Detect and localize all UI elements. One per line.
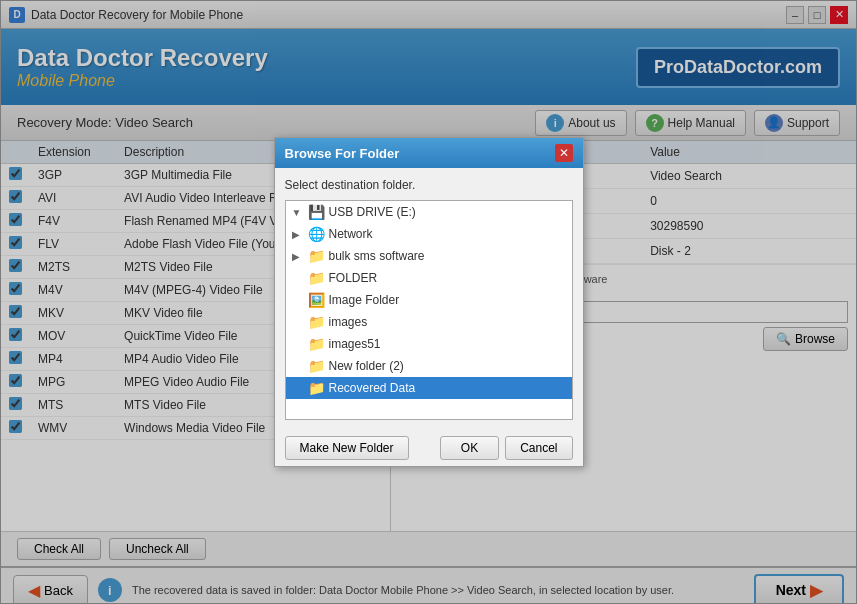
list-item[interactable]: 🖼️ Image Folder <box>286 289 572 311</box>
list-item[interactable]: 📁 images <box>286 311 572 333</box>
list-item[interactable]: ▶ 📁 bulk sms software <box>286 245 572 267</box>
dialog-subtitle: Select destination folder. <box>285 178 573 192</box>
folder-icon: 📁 <box>308 336 325 352</box>
make-new-folder-button[interactable]: Make New Folder <box>285 436 409 460</box>
folder-icon: 💾 <box>308 204 325 220</box>
dialog-title-text: Browse For Folder <box>285 146 400 161</box>
list-item[interactable]: ▼ 💾 USB DRIVE (E:) <box>286 201 572 223</box>
dialog-footer: Make New Folder OK Cancel <box>275 430 583 466</box>
folder-icon: 🌐 <box>308 226 325 242</box>
tree-item-label: New folder (2) <box>329 359 404 373</box>
tree-item-label: images <box>329 315 368 329</box>
tree-expand-icon: ▶ <box>292 229 304 240</box>
list-item[interactable]: 📁 Recovered Data <box>286 377 572 399</box>
cancel-button[interactable]: Cancel <box>505 436 572 460</box>
tree-expand-icon: ▶ <box>292 251 304 262</box>
folder-tree[interactable]: ▼ 💾 USB DRIVE (E:) ▶ 🌐 Network ▶ 📁 bulk … <box>285 200 573 420</box>
folder-icon: 📁 <box>308 314 325 330</box>
list-item[interactable]: 📁 images51 <box>286 333 572 355</box>
tree-item-label: FOLDER <box>329 271 378 285</box>
tree-item-label: Network <box>329 227 373 241</box>
folder-icon: 📁 <box>308 248 325 264</box>
dialog-overlay: Browse For Folder ✕ Select destination f… <box>0 0 857 604</box>
tree-item-label: USB DRIVE (E:) <box>329 205 416 219</box>
list-item[interactable]: 📁 New folder (2) <box>286 355 572 377</box>
tree-item-label: bulk sms software <box>329 249 425 263</box>
ok-button[interactable]: OK <box>440 436 499 460</box>
tree-item-label: images51 <box>329 337 381 351</box>
tree-item-label: Image Folder <box>329 293 400 307</box>
dialog-title-bar: Browse For Folder ✕ <box>275 138 583 168</box>
tree-item-label: Recovered Data <box>329 381 416 395</box>
folder-icon: 📁 <box>308 380 325 396</box>
dialog-close-button[interactable]: ✕ <box>555 144 573 162</box>
tree-expand-icon: ▼ <box>292 207 304 218</box>
browse-folder-dialog: Browse For Folder ✕ Select destination f… <box>274 137 584 467</box>
dialog-body: Select destination folder. ▼ 💾 USB DRIVE… <box>275 168 583 430</box>
folder-icon: 📁 <box>308 270 325 286</box>
folder-icon: 🖼️ <box>308 292 325 308</box>
folder-icon: 📁 <box>308 358 325 374</box>
list-item[interactable]: 📁 FOLDER <box>286 267 572 289</box>
list-item[interactable]: ▶ 🌐 Network <box>286 223 572 245</box>
